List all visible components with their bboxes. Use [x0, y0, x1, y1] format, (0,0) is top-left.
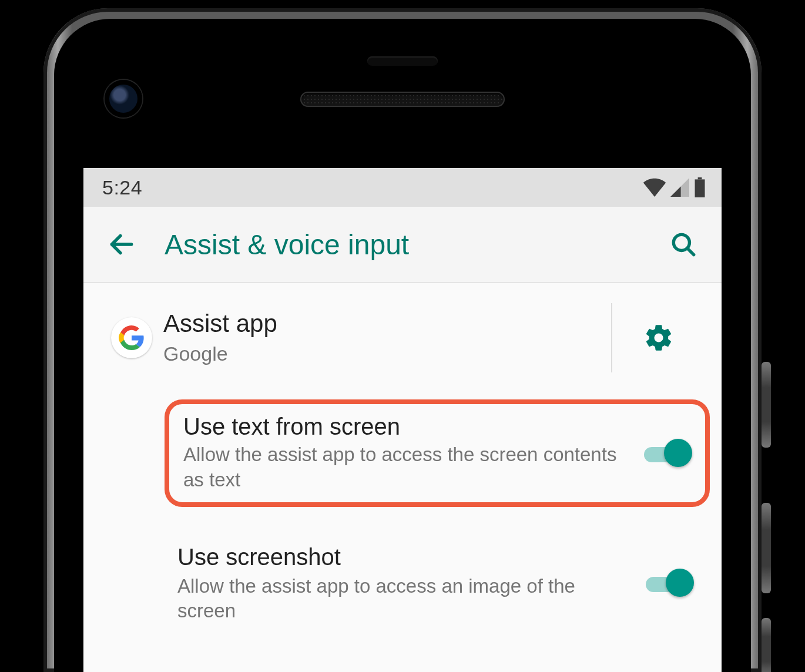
- screen: 5:24: [83, 168, 722, 672]
- cellular-icon: [670, 178, 690, 197]
- use-text-title: Use text from screen: [183, 414, 624, 440]
- gear-icon: [643, 322, 674, 353]
- use-text-toggle[interactable]: [638, 439, 692, 467]
- phone-frame-outer: 5:24: [43, 8, 762, 672]
- svg-rect-1: [695, 179, 705, 197]
- battery-icon: [693, 177, 706, 197]
- google-logo-icon: [111, 317, 152, 358]
- phone-side-button: [762, 503, 771, 593]
- toggle-thumb: [664, 439, 692, 467]
- search-button[interactable]: [662, 223, 705, 266]
- svg-line-3: [687, 248, 694, 255]
- toggle-thumb: [666, 569, 694, 597]
- device-mockup: 5:24: [0, 0, 805, 672]
- phone-front-camera: [105, 80, 142, 117]
- arrow-left-icon: [107, 230, 136, 259]
- use-screenshot-row[interactable]: Use screenshot Allow the assist app to a…: [83, 519, 722, 639]
- phone-side-button: [762, 618, 771, 672]
- phone-speaker: [300, 92, 505, 107]
- phone-frame-inner: 5:24: [54, 19, 751, 672]
- phone-side-button: [762, 362, 771, 448]
- use-text-from-screen-row[interactable]: Use text from screen Allow the assist ap…: [165, 399, 710, 507]
- use-screenshot-title: Use screenshot: [177, 542, 623, 572]
- settings-list: Assist app Google: [83, 283, 722, 639]
- status-bar: 5:24: [83, 168, 722, 207]
- svg-rect-0: [698, 177, 702, 179]
- assist-app-subtitle: Google: [163, 341, 605, 367]
- assist-app-icon-slot: [100, 317, 163, 358]
- use-text-subtitle: Allow the assist app to access the scree…: [183, 442, 624, 493]
- search-icon: [669, 230, 698, 259]
- phone-sensor-pill: [367, 56, 438, 66]
- back-button[interactable]: [100, 223, 143, 266]
- app-bar: Assist & voice input: [83, 207, 722, 283]
- use-screenshot-subtitle: Allow the assist app to access an image …: [177, 574, 623, 623]
- status-time: 5:24: [102, 176, 142, 199]
- assist-app-title: Assist app: [163, 308, 605, 340]
- assist-app-row[interactable]: Assist app Google: [83, 288, 722, 388]
- page-title: Assist & voice input: [165, 229, 409, 261]
- wifi-icon: [643, 178, 666, 197]
- use-screenshot-toggle[interactable]: [640, 569, 694, 597]
- assist-app-settings-button[interactable]: [641, 320, 676, 355]
- status-icons: [643, 177, 706, 197]
